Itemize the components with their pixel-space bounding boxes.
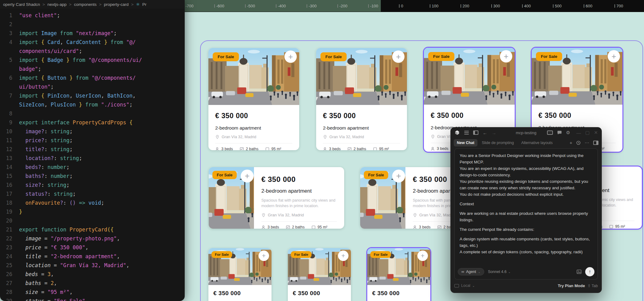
breadcrumb[interactable]: operty Card Shadcn>nextjs-app>components…: [0, 0, 185, 9]
right-panel-icon[interactable]: [593, 141, 598, 145]
favourite-plus-button[interactable]: +: [392, 50, 405, 63]
left-panel-icon[interactable]: [473, 130, 478, 135]
user-icon: [215, 147, 219, 150]
bath-icon: [240, 147, 244, 150]
size-icon: [265, 147, 269, 150]
attach-image-icon[interactable]: [577, 270, 582, 274]
send-button[interactable]: ↑: [585, 267, 594, 276]
breadcrumb-item[interactable]: nextjs-app: [47, 2, 66, 7]
favourite-plus-button[interactable]: +: [338, 251, 348, 261]
favourite-plus-button[interactable]: +: [500, 50, 512, 62]
menu-icon[interactable]: [464, 131, 469, 134]
chat-message-panel[interactable]: You are a Senior Product Designer workin…: [454, 148, 598, 279]
status-badge: For Sale: [370, 251, 391, 258]
code-line: 2: [0, 20, 185, 29]
code-area[interactable]: 1"use client";2 3import Image from "next…: [0, 9, 185, 301]
card-content: € 350 0002-bedroom apartmentGran Vía 32,…: [208, 105, 299, 150]
plan-mode-shortcut: ⇧ Tab: [587, 283, 598, 288]
pin-icon: [431, 134, 435, 139]
favourite-plus-button[interactable]: +: [417, 251, 428, 261]
code-line: 22 image = "/property-photo.png",: [0, 234, 185, 243]
favourite-plus-button[interactable]: +: [392, 170, 405, 183]
ruler-tick: 0: [399, 0, 403, 12]
favourite-plus-button[interactable]: +: [608, 50, 620, 62]
breadcrumb-item[interactable]: components: [74, 2, 97, 7]
chat-bubble-icon[interactable]: [557, 130, 562, 135]
agent-mode-selector[interactable]: ∞ Agent ⌄: [458, 268, 484, 275]
chat-tab[interactable]: Alternative layouts: [518, 139, 556, 146]
screenshot-stage: For Sale+€ 350 0002-bedroom apartmentGra…: [0, 0, 644, 301]
code-editor-panel[interactable]: operty Card Shadcn>nextjs-app>components…: [0, 0, 185, 301]
property-card[interactable]: For Sale+€ 350 0002-bedroom apartmentSpa…: [209, 167, 344, 229]
window-titlebar[interactable]: ← → mcp-testing ⚙ — ▢ ✕: [451, 127, 602, 138]
favourite-plus-button[interactable]: +: [284, 50, 297, 63]
ruler-tick: -500: [245, 0, 255, 12]
breadcrumb-item[interactable]: property-card: [104, 2, 129, 7]
size-icon: [373, 147, 377, 150]
size-feature: 95 m²: [373, 147, 389, 150]
chevron-down-icon: ⌄: [508, 270, 510, 274]
size-feature: 95 m²: [609, 224, 625, 229]
window-status-row: Local ⌄ Try Plan Mode ⇧ Tab: [454, 281, 598, 290]
property-photo: For Sale+: [532, 48, 622, 105]
price: € 350 000: [213, 290, 267, 297]
ruler-tick: 500: [553, 0, 561, 12]
code-line: 29 status = "For Sale",: [0, 297, 185, 301]
breadcrumb-item[interactable]: operty Card Shadcn: [3, 2, 40, 7]
user-icon: [413, 225, 417, 229]
local-selector[interactable]: Local: [461, 283, 470, 288]
card-title: 2-bedroom apartment: [261, 188, 337, 194]
price: € 350 000: [372, 290, 425, 297]
settings-gear-icon[interactable]: ⚙: [566, 130, 570, 135]
code-line: 21export function PropertyCard({: [0, 225, 185, 234]
ruler-tick: 100: [430, 0, 438, 12]
try-plan-mode-button[interactable]: Try Plan Mode: [558, 283, 585, 288]
ruler-tick: 300: [491, 0, 500, 12]
beds-feature: 3 beds: [215, 147, 233, 150]
property-photo: For Sale+: [424, 48, 515, 105]
property-card[interactable]: For Sale+€ 350 0002-bedroom apartmentGra…: [208, 48, 299, 150]
maximize-icon[interactable]: ▢: [585, 130, 590, 135]
code-line: 24 title = "2-bedroom apartment",: [0, 252, 185, 261]
close-icon[interactable]: ✕: [594, 130, 598, 135]
ruler-tick: -300: [307, 0, 317, 12]
favourite-plus-button[interactable]: +: [241, 170, 254, 183]
agent-window[interactable]: ← → mcp-testing ⚙ — ▢ ✕ New ChatSlide de…: [450, 127, 602, 293]
property-photo: For Sale+: [360, 167, 405, 229]
minimize-icon[interactable]: —: [576, 130, 581, 135]
breadcrumb-item[interactable]: Pr: [142, 2, 147, 7]
property-card[interactable]: For Sale+€ 350 0002-bedroom apartmentGra…: [316, 48, 407, 150]
property-card[interactable]: For Sale+€ 350 0002-bedroom apartment: [367, 248, 430, 301]
terminal-icon[interactable]: [547, 130, 553, 135]
status-badge: For Sale: [213, 52, 239, 61]
new-thread-plus-icon[interactable]: +: [570, 140, 572, 145]
property-card[interactable]: For Sale+€ 350 0002-bedroom apartment: [288, 248, 351, 301]
chat-message-text: You are a Senior Product Designer workin…: [455, 149, 598, 264]
ruler-tick: -100: [368, 0, 378, 12]
property-card[interactable]: For Sale+€ 350 0002-bedroom apartment: [208, 248, 272, 301]
property-photo: For Sale+: [288, 248, 351, 285]
react-icon: ⚛: [136, 2, 140, 7]
code-line: ui/button";: [0, 82, 185, 91]
code-line: 19}: [0, 207, 185, 216]
code-line: 7import { PinIcon, UserIcon, BathIcon,: [0, 91, 185, 100]
baths-feature: 2 baths: [286, 225, 305, 229]
chat-tabs-row: New ChatSlide de promptingAlternative la…: [451, 138, 602, 147]
history-clock-icon[interactable]: [576, 141, 581, 145]
back-icon[interactable]: ←: [483, 130, 487, 135]
status-badge: For Sale: [211, 251, 232, 258]
chat-tab[interactable]: Slide de prompting: [479, 139, 517, 146]
pin-icon: [215, 135, 219, 139]
status-badge: For Sale: [364, 171, 388, 179]
chat-tab[interactable]: New Chat: [454, 139, 477, 146]
pin-icon: [323, 135, 327, 139]
more-options-icon[interactable]: ⋯: [585, 140, 589, 146]
model-selector[interactable]: Sonnet 4.6 ⌄: [488, 270, 511, 274]
forward-icon[interactable]: →: [492, 130, 496, 135]
bath-icon: [437, 225, 441, 229]
code-line: 8: [0, 109, 185, 118]
property-photo: For Sale+: [208, 48, 299, 105]
pin-icon: [413, 213, 417, 217]
ruler-tick: 200: [461, 0, 469, 12]
favourite-plus-button[interactable]: +: [259, 251, 269, 261]
